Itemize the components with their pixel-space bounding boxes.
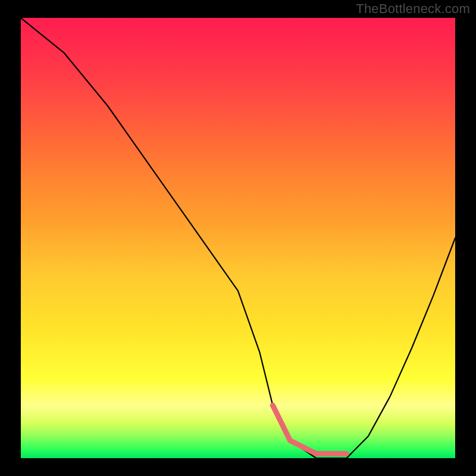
chart-frame: TheBottleneck.com	[0, 0, 476, 476]
plot-svg	[21, 18, 455, 458]
trough-highlight	[273, 405, 346, 453]
bottleneck-curve	[21, 18, 455, 458]
watermark-text: TheBottleneck.com	[356, 1, 470, 17]
plot-area	[21, 18, 455, 458]
